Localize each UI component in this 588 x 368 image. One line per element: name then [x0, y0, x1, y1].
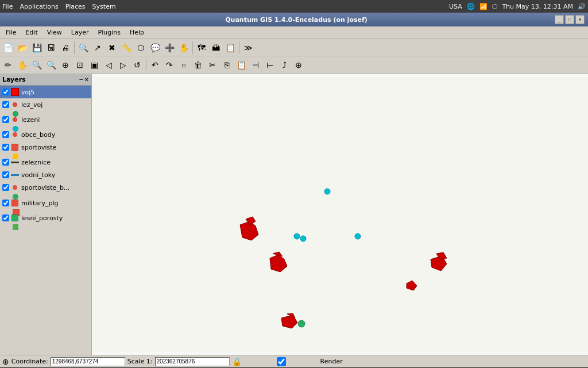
title-bar-controls[interactable]: _ □ ×: [555, 15, 585, 24]
layer-name-lesni-porosty: lesni_porosty: [21, 214, 90, 222]
layer-item-zeleznice[interactable]: zeleznice: [0, 156, 91, 168]
layers-header-controls[interactable]: ─ ✕: [80, 76, 89, 83]
redo-btn[interactable]: ↷: [163, 58, 176, 72]
layers-close-btn[interactable]: ✕: [84, 76, 89, 83]
zoom-full-btn[interactable]: ⊕: [59, 58, 72, 72]
zoom-last-btn[interactable]: ◁: [102, 58, 115, 72]
layers-header: Layers ─ ✕: [0, 74, 91, 86]
layer-checkbox-lez-voj[interactable]: [2, 101, 9, 108]
svg-rect-0: [92, 76, 588, 352]
split-features-btn[interactable]: ⊣: [249, 58, 262, 72]
pan-btn[interactable]: ✋: [16, 58, 29, 72]
map-tips-btn[interactable]: 💬: [148, 41, 162, 55]
zoom-selected-btn[interactable]: ⊡: [73, 58, 87, 72]
zoom-layer-btn[interactable]: ▣: [87, 58, 101, 72]
menu-help[interactable]: Help: [125, 28, 149, 37]
layer-checkbox-sportoviste-b[interactable]: [2, 184, 9, 191]
map-canvas[interactable]: [92, 74, 588, 355]
layer-checkbox-lezeni[interactable]: [2, 116, 9, 123]
identify-btn[interactable]: 🔍: [76, 41, 90, 55]
layer-item-voj5[interactable]: voj5: [0, 86, 91, 98]
coordinate-input[interactable]: [51, 357, 125, 366]
menu-edit[interactable]: Edit: [21, 28, 42, 37]
menu-plugins[interactable]: Plugins: [94, 28, 125, 37]
paste-features-btn[interactable]: 📋: [234, 58, 248, 72]
add-layer-btn[interactable]: 🗺: [195, 41, 208, 55]
save-project-btn[interactable]: 💾: [30, 41, 44, 55]
cut-features-btn[interactable]: ✂: [206, 58, 219, 72]
layer-checkbox-vodni-toky[interactable]: [2, 171, 9, 178]
more-tools-btn[interactable]: ≫: [241, 41, 255, 55]
add-raster-btn[interactable]: 🏔: [209, 41, 223, 55]
move-feature-btn[interactable]: ✋: [177, 41, 191, 55]
layer-item-military-plg[interactable]: military_plg: [0, 197, 91, 209]
refresh-btn[interactable]: ↺: [130, 58, 144, 72]
zoom-in-btn[interactable]: 🔍: [30, 58, 44, 72]
menu-view[interactable]: View: [42, 28, 67, 37]
render-label: Render: [320, 358, 343, 365]
zoom-next-btn[interactable]: ▷: [116, 58, 130, 72]
deselect-btn[interactable]: ✖: [105, 41, 119, 55]
menu-layer[interactable]: Layer: [67, 28, 94, 37]
copy-features-btn[interactable]: ⎘: [220, 58, 234, 72]
digitize-btn[interactable]: ✏: [1, 58, 15, 72]
applications-label[interactable]: Applications: [20, 3, 58, 10]
node-tool-btn[interactable]: ○: [177, 58, 191, 72]
system-label[interactable]: System: [92, 3, 116, 10]
layer-icon-lezeni: [10, 115, 20, 124]
zoom-out-btn[interactable]: 🔍: [44, 58, 58, 72]
lock-icon: 🔒: [232, 357, 242, 366]
layer-checkbox-lesni-porosty[interactable]: [2, 214, 9, 221]
layer-checkbox-voj5[interactable]: [2, 89, 9, 95]
reshape-btn[interactable]: ⤴: [277, 58, 291, 72]
layer-name-sportoviste-b: sportoviste_b...: [21, 184, 90, 191]
layers-collapse-btn[interactable]: ─: [80, 76, 83, 83]
merge-features-btn[interactable]: ⊢: [263, 58, 277, 72]
layer-icon-military-plg: [10, 198, 20, 208]
layer-checkbox-obce-body[interactable]: [2, 131, 9, 138]
menu-bar: File Edit View Layer Plugins Help: [0, 26, 588, 39]
layer-item-lezeni[interactable]: lezeni: [0, 113, 91, 126]
add-feature-btn[interactable]: ➕: [163, 41, 176, 55]
new-project-btn[interactable]: 📄: [1, 41, 15, 55]
layer-icon-sportoviste-b: [10, 183, 20, 192]
layer-name-vodni-toky: vodni_toky: [21, 171, 90, 179]
layer-icon-vodni-toky: [10, 170, 20, 179]
applications-menu[interactable]: File: [2, 3, 13, 10]
layer-checkbox-sportoviste[interactable]: [2, 144, 9, 151]
sep4: [146, 59, 146, 71]
scale-input[interactable]: [155, 357, 230, 366]
toolbar-row-1: 📄 📂 💾 🖫 🖨 🔍 ↗ ✖ 📏 ⬡ 💬 ➕ ✋ 🗺 🏔 📋 ≫: [0, 39, 588, 56]
layer-item-sportoviste-b[interactable]: sportoviste_b...: [0, 181, 91, 194]
layer-checkbox-military-plg[interactable]: [2, 200, 9, 206]
minimize-button[interactable]: _: [555, 15, 564, 24]
attr-table-btn[interactable]: 📋: [223, 41, 237, 55]
measure-btn[interactable]: 📏: [119, 41, 133, 55]
add-ring-btn[interactable]: ⊕: [292, 58, 305, 72]
layer-item-lez-voj[interactable]: lez_voj: [0, 98, 91, 111]
measure-area-btn[interactable]: ⬡: [134, 41, 148, 55]
toolbar-row-2: ✏ ✋ 🔍 🔍 ⊕ ⊡ ▣ ◁ ▷ ↺ ↶ ↷ ○ 🗑 ✂ ⎘ 📋 ⊣ ⊢ ⤴ …: [0, 56, 588, 74]
country-indicator: USA: [449, 3, 462, 10]
open-project-btn[interactable]: 📂: [16, 41, 29, 55]
render-checkbox-label[interactable]: Render: [244, 357, 343, 366]
layer-icon-sportoviste: [10, 143, 20, 152]
sep1: [74, 41, 75, 54]
delete-selected-btn[interactable]: 🗑: [191, 58, 205, 72]
print-btn[interactable]: 🖨: [59, 41, 72, 55]
layer-checkbox-zeleznice[interactable]: [2, 159, 9, 166]
maximize-button[interactable]: □: [565, 15, 574, 24]
select-btn[interactable]: ↗: [91, 41, 105, 55]
save-as-btn[interactable]: 🖫: [44, 41, 58, 55]
render-checkbox[interactable]: [244, 357, 319, 366]
layer-item-lesni-porosty[interactable]: lesni_porosty: [0, 212, 91, 224]
svg-point-1: [298, 320, 305, 327]
layer-item-sportoviste[interactable]: sportoviste: [0, 141, 91, 154]
close-button[interactable]: ×: [575, 15, 585, 24]
layer-item-vodni-toky[interactable]: vodni_toky: [0, 168, 91, 181]
window-title: Quantum GIS 1.4.0-Enceladus (on josef): [38, 16, 555, 24]
undo-btn[interactable]: ↶: [148, 58, 162, 72]
places-label[interactable]: Places: [65, 3, 86, 10]
menu-file[interactable]: File: [1, 28, 21, 37]
layer-item-obce-body[interactable]: obce_body: [0, 128, 91, 141]
